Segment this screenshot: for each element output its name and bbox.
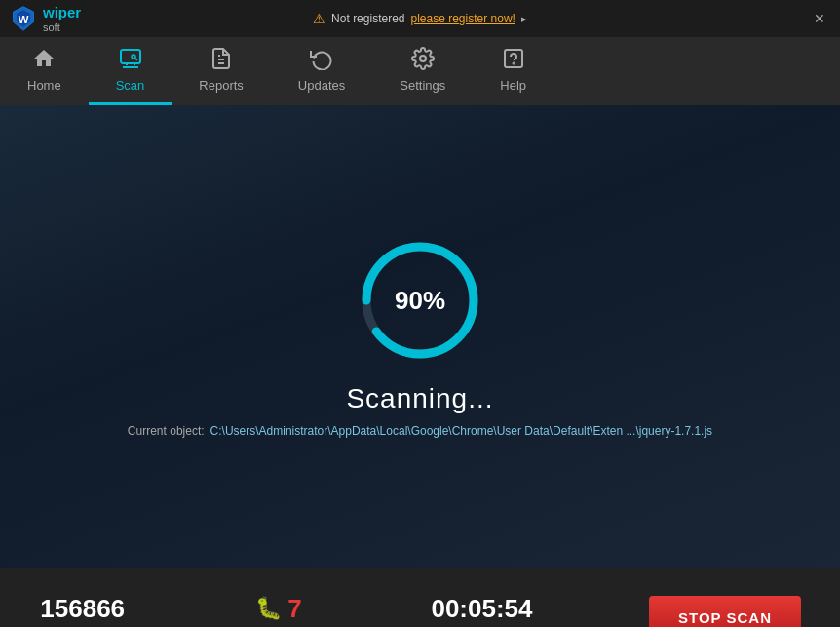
main-content: 90% Scanning... Current object: C:\Users… [0,105,840,568]
scanning-label: Scanning... [346,383,493,414]
close-button[interactable]: ✕ [809,9,830,28]
nav-item-home[interactable]: Home [0,37,89,105]
current-object-row: Current object: C:\Users\Administrator\A… [128,424,712,438]
nav-label-scan: Scan [116,78,145,93]
reports-icon [210,47,233,74]
svg-point-10 [513,63,514,64]
not-registered-text: Not registered [331,12,404,25]
register-now-link[interactable]: please register now! [410,12,515,25]
nav-label-home: Home [27,78,61,93]
home-icon [32,47,56,74]
threats-found-stat: 🐛 7 Threats found [243,594,315,628]
nav-item-scan[interactable]: Scan [89,37,172,105]
titlebar: W wiper soft ⚠ Not registered please reg… [0,0,840,37]
window-controls: — ✕ [776,9,830,28]
nav-item-help[interactable]: Help [473,37,554,105]
nav-label-settings: Settings [400,78,445,93]
app-title: wiper soft [43,4,81,33]
svg-point-8 [420,56,426,61]
app-logo-icon: W [10,5,37,32]
scan-icon [119,47,142,74]
duration-value: 00:05:54 [431,594,532,624]
nav-label-help: Help [500,78,526,93]
logo-area: W wiper soft [10,4,81,33]
current-object-label: Current object: [128,424,205,438]
nav-label-updates: Updates [298,78,345,93]
warning-icon: ⚠ [313,11,325,26]
svg-rect-3 [121,50,140,63]
threat-row: 🐛 7 [255,594,301,624]
register-arrow: ▸ [521,13,527,25]
bug-icon: 🐛 [255,596,282,621]
settings-icon [411,47,435,74]
nav-label-reports: Reports [199,78,244,93]
duration-stat: 00:05:54 Duration [431,594,532,628]
stats-bar: 156866 Objects scanned 🐛 7 Threats found… [0,568,840,627]
progress-percentage: 90% [395,285,445,315]
objects-scanned-stat: 156866 Objects scanned [39,594,126,628]
minimize-button[interactable]: — [776,9,799,28]
nav-item-updates[interactable]: Updates [271,37,372,105]
objects-scanned-value: 156866 [40,594,125,624]
current-object-path: C:\Users\Administrator\AppData\Local\Goo… [210,424,713,438]
nav-item-reports[interactable]: Reports [172,37,271,105]
registration-notice: ⚠ Not registered please register now! ▸ [313,11,527,26]
nav-item-settings[interactable]: Settings [372,37,473,105]
threats-found-value: 7 [287,594,301,624]
updates-icon [310,47,333,74]
svg-text:W: W [19,14,29,25]
progress-container: 90% [357,237,483,364]
navbar: Home Scan Reports Updates Settings Help [0,37,840,105]
help-icon [502,47,525,74]
stop-scan-button[interactable]: STOP SCAN [649,596,801,628]
